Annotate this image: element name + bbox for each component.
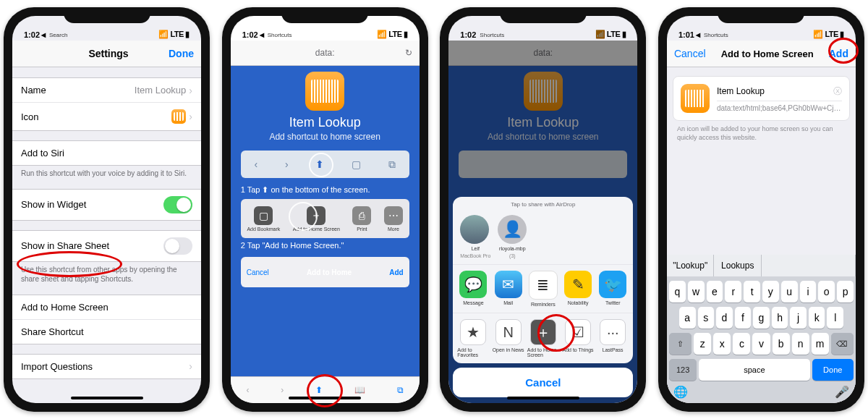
key-shift[interactable]: ⇧ <box>669 333 692 355</box>
key-q[interactable]: q <box>669 281 686 302</box>
share-app-mail[interactable]: ✉︎Mail <box>493 271 524 307</box>
url-text: data: <box>315 48 335 58</box>
share-button[interactable]: ⬆︎ <box>315 385 323 395</box>
breadcrumb-back: Shortcuts <box>480 32 504 38</box>
key-k[interactable]: k <box>809 307 825 329</box>
key-123[interactable]: 123 <box>669 359 697 381</box>
breadcrumb-back[interactable]: Shortcuts <box>704 32 728 38</box>
airdrop-target[interactable]: 👤rloyola-mbp(3) <box>498 215 527 258</box>
phone-share-sheet: 1:02 Shortcuts 📶 LTE ▮ data: Item Lookup… <box>440 7 646 412</box>
more-icon: ··· <box>600 319 626 345</box>
share-icon: ⬆︎ <box>315 158 324 170</box>
action-lastpass[interactable]: ···LastPass <box>597 319 629 357</box>
airdrop-target[interactable]: LeifMacBook Pro <box>460 215 490 258</box>
clear-icon[interactable]: ⓧ <box>833 85 842 98</box>
suggestion[interactable]: "Lookup" <box>667 255 715 276</box>
home-indicator[interactable] <box>507 397 579 399</box>
share-app-notability[interactable]: ✎Notability <box>562 271 594 307</box>
key-done[interactable]: Done <box>812 359 854 381</box>
done-button[interactable]: Done <box>169 48 194 59</box>
share-app-message[interactable]: 💬Message <box>457 271 489 307</box>
url-bar[interactable]: data: ↻ <box>231 41 420 66</box>
key-h[interactable]: h <box>772 307 788 329</box>
keyboard: "Lookup" Lookups q w e r t y u i o p <box>667 255 856 403</box>
suggestion[interactable]: Lookups <box>714 255 762 276</box>
share-shortcut-row[interactable]: Share Shortcut <box>12 319 201 344</box>
action-things[interactable]: ☑︎Add to Things <box>562 319 594 357</box>
key-n[interactable]: n <box>792 333 809 355</box>
add-to-home-screen-row[interactable]: Add to Home Screen <box>12 295 201 320</box>
key-s[interactable]: s <box>698 307 715 329</box>
breadcrumb-back[interactable]: Search <box>49 32 67 38</box>
key-x[interactable]: x <box>713 333 731 355</box>
icon-row[interactable]: Icon › <box>12 102 201 131</box>
instruction-page: Item Lookup Add shortcut to home screen … <box>231 66 420 376</box>
import-questions-row[interactable]: Import Questions › <box>12 354 201 379</box>
key-v[interactable]: v <box>752 333 770 355</box>
siri-footer: Run this shortcut with your voice by add… <box>12 165 201 185</box>
breadcrumb-back[interactable]: Shortcuts <box>268 32 292 38</box>
share-sheet-toggle[interactable] <box>163 237 192 255</box>
globe-icon[interactable]: 🌐 <box>673 385 688 399</box>
fwd-icon: › <box>285 158 289 170</box>
key-i[interactable]: i <box>800 281 817 302</box>
back-button[interactable]: ‹ <box>247 385 250 395</box>
status-time: 1:02 <box>242 30 258 39</box>
key-e[interactable]: e <box>707 281 723 302</box>
action-favorites[interactable]: ★Add to Favorites <box>457 319 489 357</box>
breadcrumb-back-icon[interactable]: ◀ <box>696 32 700 38</box>
key-y[interactable]: y <box>762 281 779 302</box>
key-r[interactable]: r <box>725 281 741 302</box>
show-in-share-sheet-row[interactable]: Show in Share Sheet <box>12 230 201 262</box>
name-input[interactable]: Item Lookup <box>717 85 765 98</box>
cancel-button[interactable]: Cancel <box>453 368 633 397</box>
add-to-siri-row[interactable]: Add to Siri <box>12 140 201 166</box>
toolbar-mock: ‹ › ⬆︎ ▢ ⧉ <box>241 151 409 178</box>
key-f[interactable]: f <box>735 307 752 329</box>
share-app-reminders[interactable]: ≣Reminders <box>527 271 559 307</box>
key-d[interactable]: d <box>716 307 733 329</box>
action-news[interactable]: NOpen in News <box>493 319 524 357</box>
show-in-widget-row[interactable]: Show in Widget <box>12 189 201 221</box>
key-z[interactable]: z <box>694 333 711 355</box>
key-j[interactable]: j <box>790 307 807 329</box>
share-app-twitter[interactable]: 🐦Twitter <box>597 271 629 307</box>
key-b[interactable]: b <box>773 333 790 355</box>
key-c[interactable]: c <box>733 333 750 355</box>
key-p[interactable]: p <box>837 281 854 302</box>
key-l[interactable]: l <box>827 307 843 329</box>
key-row: 123 space Done <box>669 359 854 381</box>
key-a[interactable]: a <box>679 307 696 329</box>
breadcrumb-back-icon[interactable]: ◀ <box>41 32 46 38</box>
action-add-home[interactable]: ＋Add to Home Screen <box>527 319 559 357</box>
help-text: An icon will be added to your home scree… <box>667 121 856 146</box>
key-o[interactable]: o <box>818 281 835 302</box>
home-indicator[interactable] <box>71 397 143 399</box>
status-right: 📶 LTE ▮ <box>377 30 408 39</box>
tabs-button[interactable]: ⧉ <box>397 385 404 395</box>
chevron-right-icon: › <box>189 361 192 371</box>
shortcut-icon <box>305 72 344 111</box>
step-2: 2 Tap "Add to Home Screen." <box>241 241 344 250</box>
key-t[interactable]: t <box>744 281 760 302</box>
key-g[interactable]: g <box>753 307 770 329</box>
reload-icon[interactable]: ↻ <box>405 48 412 58</box>
breadcrumb-back-icon[interactable]: ◀ <box>260 32 264 38</box>
add-button[interactable]: Add <box>829 48 848 59</box>
key-w[interactable]: w <box>688 281 705 302</box>
key-backspace[interactable]: ⌫ <box>831 333 854 355</box>
key-m[interactable]: m <box>812 333 829 355</box>
mic-icon[interactable]: 🎤 <box>835 385 849 399</box>
page-title: Add to Home Screen <box>721 48 814 59</box>
name-row[interactable]: Name Item Lookup› <box>12 77 201 103</box>
forward-button[interactable]: › <box>281 385 284 395</box>
widget-toggle[interactable] <box>163 196 192 213</box>
home-indicator[interactable] <box>289 397 361 399</box>
key-u[interactable]: u <box>781 281 798 302</box>
back-icon: ‹ <box>255 158 258 170</box>
bookmarks-button[interactable]: 📖 <box>354 385 365 395</box>
avatar-icon: 👤 <box>498 215 527 244</box>
key-space[interactable]: space <box>699 359 809 381</box>
bookmark-icon: ▢ <box>254 206 273 225</box>
cancel-button[interactable]: Cancel <box>674 48 706 59</box>
